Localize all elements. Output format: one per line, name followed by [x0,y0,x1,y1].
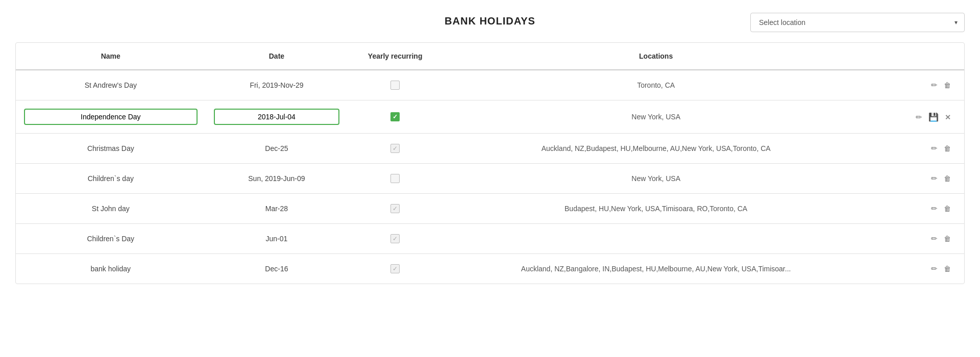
location-select-wrapper: Select location Toronto, CA New York, US… [750,13,965,32]
checkbox-checked-light[interactable] [390,264,400,273]
edit-button[interactable] [928,202,941,215]
delete-button[interactable] [941,79,954,91]
checkbox-container[interactable] [356,81,434,90]
table-row: Christmas DayDec-25Auckland, NZ,Budapest… [16,134,964,164]
table-header-row: Name Date Yearly recurring Locations [16,43,964,70]
header: BANK HOLIDAYS Select location Toronto, C… [15,10,965,37]
location-select[interactable]: Select location Toronto, CA New York, US… [750,13,965,32]
checkbox-checked-green[interactable] [390,112,400,121]
table-row: New York, USA [16,100,964,134]
checkbox-unchecked[interactable] [390,174,400,183]
locations-cell: New York, USA [443,164,869,194]
edit-button[interactable] [928,79,941,92]
bank-holidays-table: Name Date Yearly recurring Locations St … [15,42,965,284]
date-cell: Sun, 2019-Jun-09 [206,164,348,194]
name-cell: Children`s day [16,164,206,194]
delete-button[interactable] [941,202,954,215]
pencil-icon [931,174,938,183]
delete-button[interactable] [941,142,954,155]
recurring-cell [348,194,443,224]
recurring-cell [348,134,443,164]
date-cell: Dec-16 [206,254,348,284]
actions-cell [869,100,964,134]
recurring-cell [348,164,443,194]
name-cell: bank holiday [16,254,206,284]
name-cell: Children`s Day [16,224,206,254]
delete-button[interactable] [941,262,954,275]
edit-button[interactable] [928,262,941,275]
column-header-locations: Locations [443,43,869,70]
trash-icon [944,234,951,243]
edit-button[interactable] [928,232,941,245]
column-header-actions [869,43,964,70]
table-row: Children`s daySun, 2019-Jun-09New York, … [16,164,964,194]
pencil-icon [931,81,938,90]
checkbox-checked-light[interactable] [390,234,400,243]
close-icon [945,113,951,122]
cancel-button[interactable] [942,111,954,124]
checkbox-container[interactable] [356,204,434,213]
save-button[interactable] [925,110,942,124]
save-icon [928,112,939,122]
checkbox-checked-light[interactable] [390,204,400,213]
date-cell: Mar-28 [206,194,348,224]
recurring-cell [348,100,443,134]
locations-cell: Budapest, HU,New York, USA,Timisoara, RO… [443,194,869,224]
locations-cell: New York, USA [443,100,869,134]
checkbox-container[interactable] [356,174,434,183]
date-cell: Fri, 2019-Nov-29 [206,70,348,100]
column-header-date: Date [206,43,348,70]
locations-cell: Toronto, CA [443,70,869,100]
checkbox-container[interactable] [356,234,434,243]
recurring-cell [348,254,443,284]
checkbox-container[interactable] [356,264,434,273]
recurring-cell [348,224,443,254]
trash-icon [944,174,951,183]
locations-cell [443,224,869,254]
edit-button[interactable] [928,142,941,155]
table-row: Children`s DayJun-01 [16,224,964,254]
actions-cell [869,194,964,224]
trash-icon [944,264,951,273]
name-cell: St John day [16,194,206,224]
delete-button[interactable] [941,172,954,185]
actions-cell [869,254,964,284]
name-input[interactable] [24,109,198,125]
checkbox-container[interactable] [356,112,434,121]
pencil-icon [931,144,938,153]
column-header-recurring: Yearly recurring [348,43,443,70]
trash-icon [944,144,951,152]
edit-button[interactable] [913,111,925,124]
table-row: bank holidayDec-16Auckland, NZ,Bangalore… [16,254,964,284]
table-row: St John dayMar-28Budapest, HU,New York, … [16,194,964,224]
pencil-icon [931,204,938,213]
checkbox-container[interactable] [356,144,434,153]
actions-cell [869,134,964,164]
actions-cell [869,224,964,254]
recurring-cell [348,70,443,100]
column-header-name: Name [16,43,206,70]
locations-cell: Auckland, NZ,Bangalore, IN,Budapest, HU,… [443,254,869,284]
actions-cell [869,70,964,100]
name-cell: Christmas Day [16,134,206,164]
name-cell [16,100,206,134]
trash-icon [944,81,951,89]
checkbox-checked-light[interactable] [390,144,400,153]
date-cell [206,100,348,134]
table-row: St Andrew's DayFri, 2019-Nov-29Toronto, … [16,70,964,100]
trash-icon [944,204,951,213]
edit-button[interactable] [928,172,941,185]
date-cell: Dec-25 [206,134,348,164]
actions-cell [869,164,964,194]
locations-cell: Auckland, NZ,Budapest, HU,Melbourne, AU,… [443,134,869,164]
checkbox-unchecked[interactable] [390,81,400,90]
date-input[interactable] [214,109,340,125]
pencil-icon [916,113,922,122]
date-cell: Jun-01 [206,224,348,254]
delete-button[interactable] [941,232,954,245]
page-title: BANK HOLIDAYS [445,15,535,27]
pencil-icon [931,264,938,273]
pencil-icon [931,234,938,243]
name-cell: St Andrew's Day [16,70,206,100]
